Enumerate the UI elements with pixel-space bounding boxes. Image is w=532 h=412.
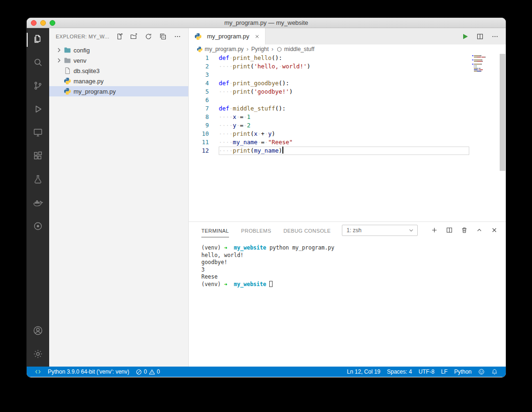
activity-accounts[interactable] (27, 320, 49, 343)
close-panel-button[interactable] (489, 225, 499, 235)
code-line-8[interactable]: 8····x·=·1 (189, 113, 506, 121)
line-content[interactable] (219, 96, 469, 104)
file-tree-item-manage-py[interactable]: manage.py (49, 76, 188, 86)
activity-settings[interactable] (27, 343, 49, 367)
activity-run-debug[interactable] (27, 98, 49, 122)
file-tree-item-my-program-py[interactable]: my_program.py (49, 86, 188, 96)
kill-terminal-button[interactable] (459, 225, 469, 235)
activity-circular-extension[interactable] (27, 215, 49, 239)
collapse-folders-button[interactable] (159, 32, 167, 41)
editor-more-actions-button[interactable] (489, 30, 501, 43)
line-content[interactable]: ····my_name·=·"Reese" (219, 138, 469, 147)
code-line-10[interactable]: 10····print(x·+·y) (189, 130, 506, 138)
tab-debug-console[interactable]: DEBUG CONSOLE (283, 223, 331, 237)
breadcrumb-item-pyright[interactable]: Pyright (251, 46, 268, 52)
terminal-output[interactable]: (venv) ➜ my_website python my_program.py… (189, 238, 506, 367)
file-tree-item-db-sqlite3[interactable]: db.sqlite3 (49, 66, 188, 76)
activity-docker[interactable] (27, 192, 49, 215)
file-tree-item-config[interactable]: config (49, 45, 188, 55)
language-status[interactable]: Python (451, 367, 475, 377)
indentation-status[interactable]: Spaces: 4 (384, 367, 415, 377)
minimap[interactable] (472, 55, 499, 72)
file-name: manage.py (74, 78, 103, 85)
code-token-fn: print (233, 130, 251, 137)
remote-indicator[interactable] (31, 367, 44, 377)
activity-search[interactable] (27, 52, 49, 75)
code-line-2[interactable]: 2····print('hello,·world!') (189, 62, 506, 71)
split-terminal-button[interactable] (444, 225, 454, 235)
code-line-7[interactable]: 7def·middle_stuff(): (189, 104, 506, 113)
line-content[interactable]: ····x·=·1 (219, 113, 469, 121)
line-content[interactable]: ····print(my_name) (219, 147, 469, 155)
line-number[interactable]: 3 (189, 71, 219, 79)
explorer-more-actions-button[interactable] (173, 32, 182, 41)
chevron-right-icon[interactable] (55, 57, 63, 64)
encoding-status[interactable]: UTF-8 (415, 367, 438, 377)
line-number[interactable]: 9 (189, 121, 219, 130)
line-number[interactable]: 11 (189, 138, 219, 147)
maximize-panel-button[interactable] (474, 225, 484, 235)
line-number[interactable]: 10 (189, 130, 219, 138)
split-editor-button[interactable] (474, 30, 486, 43)
python-file-icon (64, 77, 71, 85)
activity-explorer[interactable] (27, 28, 49, 52)
zoom-window-button[interactable] (50, 20, 55, 26)
new-file-button[interactable] (115, 32, 124, 41)
line-content[interactable] (219, 71, 469, 79)
line-content[interactable]: def·middle_stuff(): (219, 104, 469, 113)
line-content[interactable]: ····print('goodbye!') (219, 88, 469, 96)
line-number[interactable]: 6 (189, 96, 219, 104)
code-line-11[interactable]: 11····my_name·=·"Reese" (189, 138, 506, 147)
line-number[interactable]: 8 (189, 113, 219, 121)
line-number[interactable]: 2 (189, 62, 219, 71)
python-interpreter-status[interactable]: Python 3.9.0 64-bit ('venv': venv) (44, 367, 133, 377)
eol-status[interactable]: LF (438, 367, 451, 377)
new-folder-button[interactable] (130, 32, 138, 41)
activity-extensions[interactable] (27, 145, 49, 169)
terminal-shell-select[interactable]: 1: zsh (342, 225, 418, 236)
refresh-explorer-button[interactable] (144, 32, 153, 41)
tab-my-program-py[interactable]: my_program.py (189, 28, 266, 44)
activity-testing[interactable] (27, 169, 49, 192)
close-tab-icon[interactable] (254, 33, 260, 40)
breadcrumb-item-file[interactable]: my_program.py (205, 46, 244, 52)
feedback-button[interactable] (475, 367, 488, 377)
new-terminal-button[interactable] (429, 225, 439, 235)
code-token-fn: print (233, 88, 251, 95)
code-line-3[interactable]: 3 (189, 71, 506, 79)
line-number[interactable]: 4 (189, 79, 219, 88)
tab-problems[interactable]: PROBLEMS (241, 223, 271, 237)
line-content[interactable]: def·print_goodbye(): (219, 79, 469, 88)
minimize-window-button[interactable] (40, 20, 46, 26)
notifications-button[interactable] (488, 367, 501, 377)
code-line-9[interactable]: 9····y·=·2 (189, 121, 506, 130)
line-content[interactable]: def·print_hello(): (219, 54, 469, 62)
line-number[interactable]: 5 (189, 88, 219, 96)
code-editor[interactable]: 1def·print_hello():2····print('hello,·wo… (189, 54, 506, 221)
close-window-button[interactable] (31, 20, 37, 26)
cursor-position-status[interactable]: Ln 12, Col 19 (344, 367, 384, 377)
window-titlebar[interactable]: my_program.py — my_website (27, 18, 506, 28)
code-line-4[interactable]: 4def·print_goodbye(): (189, 79, 506, 88)
tab-terminal[interactable]: TERMINAL (201, 223, 229, 237)
line-content[interactable]: ····y·=·2 (219, 121, 469, 130)
code-line-5[interactable]: 5····print('goodbye!') (189, 88, 506, 96)
line-number[interactable]: 7 (189, 104, 219, 113)
code-line-1[interactable]: 1def·print_hello(): (189, 54, 506, 62)
breadcrumb-item-symbol[interactable]: middle_stuff (284, 46, 314, 52)
line-content[interactable]: ····print('hello,·world!') (219, 62, 469, 71)
file-tree-item-venv[interactable]: venv (49, 55, 188, 66)
activity-source-control[interactable] (27, 75, 49, 98)
run-file-button[interactable] (459, 30, 471, 43)
activity-remote-explorer[interactable] (27, 122, 49, 145)
line-number[interactable]: 1 (189, 54, 219, 62)
editor-scrollbar[interactable] (499, 54, 506, 221)
code-line-12[interactable]: 12····print(my_name) (189, 147, 506, 155)
code-line-6[interactable]: 6 (189, 96, 506, 104)
line-number[interactable]: 12 (189, 147, 219, 155)
window-title: my_program.py — my_website (224, 19, 308, 26)
chevron-right-icon[interactable] (55, 46, 63, 54)
scrollbar-thumb[interactable] (500, 54, 505, 171)
line-content[interactable]: ····print(x·+·y) (219, 130, 469, 138)
problems-status[interactable]: 0 0 (133, 367, 163, 377)
